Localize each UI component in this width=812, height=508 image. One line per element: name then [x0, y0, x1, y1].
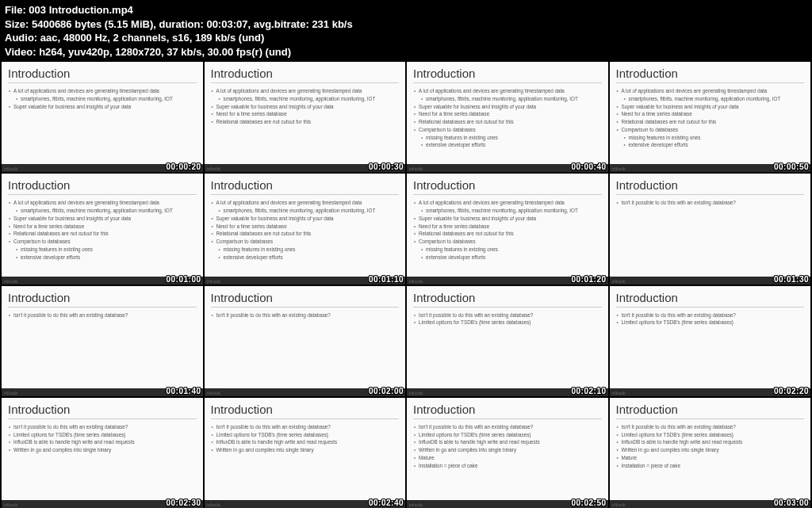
- thumbnail[interactable]: IntroductionA lot of applications and de…: [2, 62, 203, 172]
- slide-content: IntroductionA lot of applications and de…: [205, 174, 406, 276]
- bullet-item: Written in go and compiles into single b…: [211, 446, 400, 454]
- bullet-item: missing features in existing ones: [413, 134, 602, 142]
- file-info-header: File: 003 Introduction.mp4 Size: 5400686…: [0, 0, 812, 60]
- brand-label: influxdb: [4, 502, 17, 507]
- bullet-item: A lot of applications and devices are ge…: [211, 87, 400, 95]
- bullet-item: Limited options for TSDB's (time series …: [413, 431, 602, 439]
- slide-content: IntroductionIsn't it possible to do this…: [610, 174, 811, 276]
- thumbnail[interactable]: IntroductionIsn't it possible to do this…: [610, 398, 811, 508]
- bullet-item: A lot of applications and devices are ge…: [616, 87, 805, 95]
- avgbitrate-value: 231 kb/s: [312, 18, 352, 30]
- timestamp-label: 00:02:50: [571, 498, 606, 507]
- thumbnail[interactable]: IntroductionIsn't it possible to do this…: [2, 398, 203, 508]
- slide-bullets: A lot of applications and devices are ge…: [8, 87, 197, 110]
- thumbnail[interactable]: IntroductionA lot of applications and de…: [205, 62, 406, 172]
- thumbnail[interactable]: IntroductionIsn't it possible to do this…: [610, 174, 811, 284]
- brand-label: influxdb: [207, 502, 220, 507]
- bullet-item: A lot of applications and devices are ge…: [413, 199, 602, 207]
- thumbnail[interactable]: IntroductionA lot of applications and de…: [407, 174, 608, 284]
- bullet-item: smartphones, fitbits, machine monitoring…: [8, 207, 197, 215]
- bullet-item: Written in go and compiles into single b…: [616, 446, 805, 454]
- bullet-item: Isn't it possible to do this with an exi…: [616, 423, 805, 431]
- slide-content: IntroductionA lot of applications and de…: [610, 62, 811, 164]
- thumbnail[interactable]: IntroductionIsn't it possible to do this…: [205, 286, 406, 396]
- slide-title: Introduction: [211, 67, 400, 83]
- bullet-item: missing features in existing ones: [211, 246, 400, 254]
- slide-content: IntroductionA lot of applications and de…: [2, 62, 203, 164]
- bullet-item: Isn't it possible to do this with an exi…: [8, 423, 197, 431]
- slide-content: IntroductionIsn't it possible to do this…: [205, 398, 406, 500]
- bullet-item: A lot of applications and devices are ge…: [413, 87, 602, 95]
- thumbnail[interactable]: IntroductionA lot of applications and de…: [205, 174, 406, 284]
- audio-value: aac, 48000 Hz, 2 channels, s16, 189 kb/s…: [40, 32, 265, 44]
- slide-title: Introduction: [413, 403, 602, 419]
- slide-bullets: A lot of applications and devices are ge…: [211, 87, 400, 126]
- slide-title: Introduction: [413, 178, 602, 195]
- bullet-item: Limited options for TSDB's (time series …: [616, 431, 805, 439]
- slide-bullets: A lot of applications and devices are ge…: [616, 87, 805, 149]
- bullet-item: smartphones, fitbits, machine monitoring…: [616, 95, 805, 103]
- thumbnail[interactable]: IntroductionIsn't it possible to do this…: [407, 286, 608, 396]
- bullet-item: Written in go and compiles into single b…: [413, 446, 602, 454]
- bullet-item: Need for a time series database: [616, 110, 805, 118]
- duration-label: duration:: [159, 18, 203, 30]
- bullet-item: Need for a time series database: [413, 110, 602, 118]
- slide-bullets: A lot of applications and devices are ge…: [413, 199, 602, 261]
- timestamp-label: 00:03:00: [774, 498, 809, 507]
- bullet-item: missing features in existing ones: [616, 134, 805, 142]
- slide-bullets: A lot of applications and devices are ge…: [211, 199, 400, 261]
- bullet-item: Super valuable for business and insights…: [8, 103, 197, 111]
- bullet-item: A lot of applications and devices are ge…: [211, 199, 400, 207]
- bullet-item: smartphones, fitbits, machine monitoring…: [211, 207, 400, 215]
- brand-label: influxdb: [612, 166, 626, 171]
- thumbnail[interactable]: IntroductionIsn't it possible to do this…: [2, 286, 203, 396]
- bullet-item: Relational databases are not cutout for …: [8, 230, 197, 238]
- timestamp-label: 00:01:40: [166, 387, 201, 395]
- slide-title: Introduction: [8, 67, 197, 83]
- bullet-item: Relational databases are not cutout for …: [413, 118, 602, 126]
- brand-label: influxdb: [4, 391, 17, 395]
- bullet-item: Isn't it possible to do this with an exi…: [413, 311, 602, 319]
- brand-label: influxdb: [207, 391, 220, 395]
- bullet-item: InfluxDB is able to handle high write an…: [211, 438, 400, 446]
- bullet-item: smartphones, fitbits, machine monitoring…: [413, 207, 602, 215]
- bullet-item: InfluxDB is able to handle high write an…: [616, 438, 805, 446]
- brand-label: influxdb: [409, 166, 423, 171]
- thumbnail[interactable]: IntroductionIsn't it possible to do this…: [407, 398, 608, 508]
- bullet-item: Isn't it possible to do this with an exi…: [413, 423, 602, 431]
- slide-title: Introduction: [211, 178, 400, 195]
- bullet-item: A lot of applications and devices are ge…: [8, 199, 197, 207]
- bullet-item: Comparison to databases: [211, 238, 400, 246]
- slide-content: IntroductionA lot of applications and de…: [407, 62, 608, 164]
- thumbnail[interactable]: IntroductionA lot of applications and de…: [407, 62, 608, 172]
- bullet-item: Comparison to databases: [8, 238, 197, 246]
- timestamp-label: 00:00:30: [369, 162, 404, 171]
- bullet-item: A lot of applications and devices are ge…: [8, 87, 197, 95]
- slide-content: IntroductionA lot of applications and de…: [407, 174, 608, 276]
- thumbnail[interactable]: IntroductionIsn't it possible to do this…: [610, 286, 811, 396]
- duration-value: 00:03:07,: [206, 18, 251, 30]
- bullet-item: Need for a time series database: [8, 223, 197, 231]
- bullet-item: Written in go and compiles into single b…: [8, 446, 197, 454]
- slide-bullets: Isn't it possible to do this with an exi…: [211, 311, 400, 319]
- bullet-item: Comparison to databases: [616, 126, 805, 134]
- brand-label: influxdb: [409, 279, 423, 284]
- slide-bullets: Isn't it possible to do this with an exi…: [616, 423, 805, 470]
- bullet-item: Mature: [413, 454, 602, 462]
- brand-label: influxdb: [612, 391, 626, 395]
- slide-content: IntroductionIsn't it possible to do this…: [2, 398, 203, 500]
- bullet-item: smartphones, fitbits, machine monitoring…: [8, 95, 197, 103]
- timestamp-label: 00:00:50: [774, 162, 809, 171]
- slide-title: Introduction: [8, 178, 197, 195]
- bullet-item: Relational databases are not cutout for …: [616, 118, 805, 126]
- bullet-item: Super valuable for business and insights…: [211, 103, 400, 111]
- bullet-item: Installation = piece of cake: [413, 462, 602, 470]
- timestamp-label: 00:01:20: [571, 275, 606, 284]
- bullet-item: extensive developer efforts: [616, 141, 805, 149]
- size-human: (5.15 MiB),: [105, 18, 156, 30]
- bullet-item: Limited options for TSDB's (time series …: [413, 319, 602, 327]
- timestamp-label: 00:01:30: [774, 275, 809, 284]
- thumbnail[interactable]: IntroductionIsn't it possible to do this…: [205, 398, 406, 508]
- thumbnail[interactable]: IntroductionA lot of applications and de…: [610, 62, 811, 172]
- thumbnail[interactable]: IntroductionA lot of applications and de…: [2, 174, 203, 284]
